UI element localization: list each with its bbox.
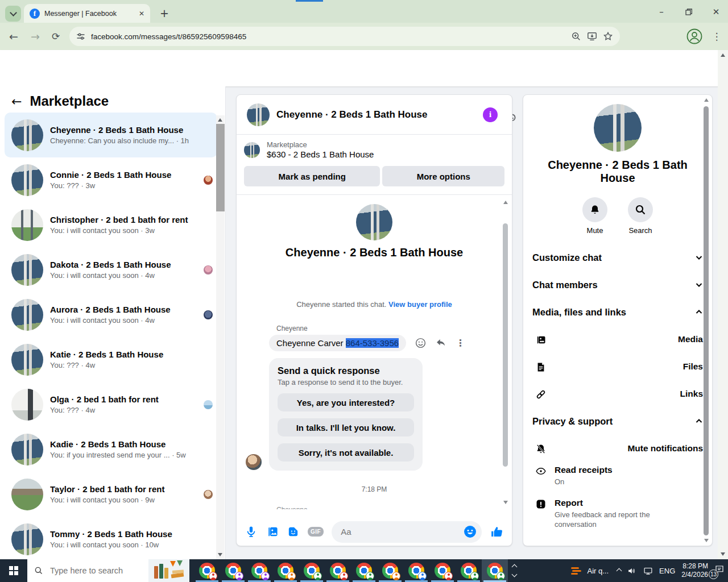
message-menu-icon[interactable]: ⋮ xyxy=(456,338,465,348)
media-row[interactable]: Media xyxy=(532,326,703,353)
read-receipts-row[interactable]: Read receipts On xyxy=(532,462,703,494)
chrome-window-8[interactable] xyxy=(377,559,403,582)
react-emoji-icon[interactable] xyxy=(415,337,427,349)
forward-button[interactable]: → xyxy=(26,27,44,45)
action-center-button[interactable]: 13 xyxy=(714,564,725,577)
start-button[interactable] xyxy=(0,559,27,582)
section-privacy-support[interactable]: Privacy & support xyxy=(532,408,703,435)
back-arrow-icon[interactable]: ← xyxy=(11,94,22,109)
new-tab-button[interactable]: + xyxy=(157,6,172,20)
sticker-icon[interactable] xyxy=(287,525,300,538)
search-highlights-image[interactable] xyxy=(148,559,189,582)
chrome-window-1[interactable] xyxy=(194,559,220,582)
conversation-item-aurora[interactable]: Aurora · 2 Beds 1 Bath House You: i will… xyxy=(0,292,225,337)
links-row[interactable]: Links xyxy=(532,380,703,408)
scroll-down-arrow[interactable] xyxy=(721,552,725,556)
conversation-item-cheyenne[interactable]: Cheyenne · 2 Beds 1 Bath House Cheyenne:… xyxy=(5,113,217,157)
view-buyer-profile-link[interactable]: View buyer profile xyxy=(388,300,452,309)
conversation-item-katie[interactable]: Katie · 2 Beds 1 Bath House You: ??? · 4… xyxy=(0,337,225,382)
scrollbar-thumb[interactable] xyxy=(704,106,709,535)
section-chat-members[interactable]: Chat members xyxy=(532,271,703,298)
install-icon[interactable] xyxy=(587,31,597,41)
reply-icon[interactable] xyxy=(435,337,447,349)
mute-notifications-row[interactable]: Mute notifications xyxy=(532,435,703,462)
back-button[interactable]: ← xyxy=(5,27,23,45)
message-input-field[interactable] xyxy=(340,526,463,537)
taskbar-overflow-chevrons[interactable] xyxy=(508,559,521,582)
sidebar-scrollbar[interactable] xyxy=(216,115,225,559)
gif-icon[interactable]: GIF xyxy=(308,527,324,537)
scroll-up-arrow[interactable] xyxy=(721,53,725,57)
search-action[interactable]: Search xyxy=(628,197,653,235)
scrollbar-thumb[interactable] xyxy=(216,124,225,211)
files-row[interactable]: Files xyxy=(532,353,703,380)
chat-avatar[interactable] xyxy=(247,103,270,126)
intro-avatar[interactable] xyxy=(356,204,392,240)
url-text[interactable]: facebook.com/messages/t/865925609598465 xyxy=(91,32,565,41)
message-input[interactable] xyxy=(332,521,482,543)
mark-as-pending-button[interactable]: Mark as pending xyxy=(244,166,380,186)
chrome-window-active[interactable] xyxy=(482,559,508,582)
chat-title[interactable]: Cheyenne · 2 Beds 1 Bath House xyxy=(276,109,476,120)
zoom-icon[interactable] xyxy=(571,31,581,41)
taskbar-clock[interactable]: 8:28 PM 2/4/2026 xyxy=(681,562,708,579)
scroll-up-arrow[interactable] xyxy=(503,201,508,204)
scroll-down-arrow[interactable] xyxy=(218,553,222,556)
tab-close-icon[interactable]: ✕ xyxy=(139,10,144,18)
scroll-down-arrow[interactable] xyxy=(704,539,709,542)
browser-menu-icon[interactable]: ⋮ xyxy=(709,27,725,45)
chrome-window-5[interactable] xyxy=(299,559,325,582)
chrome-window-9[interactable] xyxy=(403,559,429,582)
chrome-window-10[interactable] xyxy=(429,559,456,582)
report-row[interactable]: Report Give feedback and report the conv… xyxy=(532,494,703,537)
conversation-item-kadie[interactable]: Kadie · 2 Beds 1 Bath House You: if you … xyxy=(0,427,225,472)
language-indicator[interactable]: ENG xyxy=(659,567,675,575)
profile-avatar-button[interactable] xyxy=(685,27,704,45)
conversation-info-icon[interactable]: i xyxy=(483,107,498,122)
scroll-up-arrow[interactable] xyxy=(218,118,222,122)
taskbar-search[interactable] xyxy=(27,559,189,582)
emoji-picker-icon[interactable] xyxy=(463,525,477,539)
conversation-item-olga[interactable]: Olga · 2 bed 1 bath for rent You: ??? · … xyxy=(0,382,225,427)
thumbs-up-icon[interactable] xyxy=(490,525,504,539)
conversation-item-dakota[interactable]: Dakota · 2 Beds 1 Bath House You: i will… xyxy=(0,247,225,292)
message-bubble[interactable]: Cheyenne Carver 864-533-3956 xyxy=(269,335,406,351)
minimize-button[interactable]: – xyxy=(652,5,671,19)
chrome-window-2[interactable] xyxy=(220,559,246,582)
section-media-files-links[interactable]: Media, files and links xyxy=(532,298,703,326)
conversation-item-connie[interactable]: Connie · 2 Beds 1 Bath House You: ??? · … xyxy=(0,157,225,202)
scroll-up-arrow[interactable] xyxy=(704,98,709,102)
site-settings-icon[interactable] xyxy=(76,32,85,41)
weather-widget-label[interactable]: Air q... xyxy=(588,567,609,575)
window-close-button[interactable]: ✕ xyxy=(706,5,726,19)
restore-button[interactable] xyxy=(679,5,698,19)
chrome-window-4[interactable] xyxy=(272,559,299,582)
details-avatar[interactable] xyxy=(594,104,642,152)
quick-reply-not-available[interactable]: Sorry, it's not available. xyxy=(278,443,414,462)
voice-clip-icon[interactable] xyxy=(245,525,258,538)
chat-scrollbar[interactable] xyxy=(502,199,509,513)
page-scrollbar[interactable] xyxy=(718,50,728,559)
chrome-window-3[interactable] xyxy=(246,559,272,582)
volume-icon[interactable] xyxy=(627,566,637,576)
conversation-item-christopher[interactable]: Christopher · 2 bed 1 bath for rent You:… xyxy=(0,202,225,247)
chrome-window-7[interactable] xyxy=(351,559,377,582)
show-hidden-icons-chevron[interactable] xyxy=(617,568,622,573)
scroll-down-arrow[interactable] xyxy=(503,501,508,504)
network-icon[interactable] xyxy=(643,566,653,576)
section-customize-chat[interactable]: Customize chat xyxy=(532,244,703,271)
leave-group-row[interactable]: Leave group xyxy=(532,537,703,546)
mute-action[interactable]: Mute xyxy=(582,197,607,235)
conversation-item-tommy[interactable]: Tommy · 2 Beds 1 Bath House You: i will … xyxy=(0,517,225,562)
browser-tab[interactable]: f Messenger | Facebook ✕ xyxy=(24,4,150,23)
chrome-window-6[interactable] xyxy=(325,559,351,582)
conversation-item-taylor[interactable]: Taylor · 2 bed 1 bath for rent You: i wi… xyxy=(0,472,225,517)
quick-reply-in-talks[interactable]: In talks. I'll let you know. xyxy=(278,418,414,436)
reload-button[interactable]: ⟳ xyxy=(47,27,65,45)
chrome-window-11[interactable] xyxy=(456,559,482,582)
bookmark-star-icon[interactable] xyxy=(603,31,613,41)
more-options-button[interactable]: More options xyxy=(382,166,504,186)
quick-reply-interested[interactable]: Yes, are you interested? xyxy=(278,393,414,411)
attach-image-icon[interactable] xyxy=(266,525,279,538)
address-bar[interactable]: facebook.com/messages/t/865925609598465 xyxy=(69,27,620,46)
